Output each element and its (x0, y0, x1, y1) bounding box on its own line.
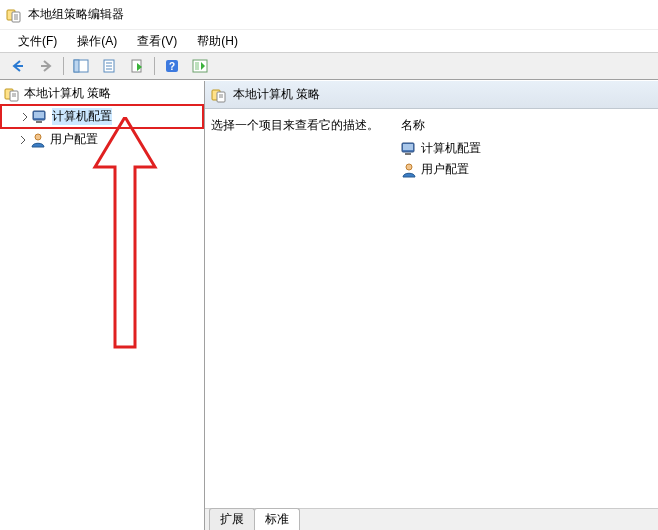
tree-item-label: 用户配置 (50, 131, 98, 148)
tree-root-label: 本地计算机 策略 (24, 85, 111, 102)
svg-text:?: ? (169, 61, 175, 72)
column-header-name[interactable]: 名称 (401, 117, 658, 134)
details-header-label: 本地计算机 策略 (233, 86, 320, 103)
back-button[interactable] (6, 55, 30, 77)
computer-icon (32, 109, 48, 125)
list-item-label: 计算机配置 (421, 140, 481, 157)
menu-view[interactable]: 查看(V) (127, 31, 187, 52)
svg-point-31 (406, 164, 412, 170)
expander-icon[interactable] (18, 135, 28, 145)
filter-button[interactable] (188, 55, 212, 77)
app-icon (6, 7, 22, 23)
tree-item-computer-config[interactable]: 计算机配置 (0, 104, 204, 129)
tree-root[interactable]: 本地计算机 策略 (0, 83, 204, 104)
toolbar: ? (0, 52, 658, 80)
svg-rect-30 (405, 153, 411, 155)
menu-help[interactable]: 帮助(H) (187, 31, 248, 52)
tree-item-user-config[interactable]: 用户配置 (0, 129, 204, 150)
computer-icon (401, 141, 417, 157)
tab-standard[interactable]: 标准 (254, 508, 300, 530)
policy-root-icon (4, 86, 20, 102)
menu-action[interactable]: 操作(A) (67, 31, 127, 52)
toolbar-separator (63, 57, 64, 75)
help-button[interactable]: ? (160, 55, 184, 77)
list-item-user-config[interactable]: 用户配置 (401, 159, 658, 180)
properties-button[interactable] (97, 55, 121, 77)
expander-icon[interactable] (20, 112, 30, 122)
description-column: 选择一个项目来查看它的描述。 (211, 117, 401, 508)
svg-rect-15 (195, 62, 199, 70)
details-pane: 本地计算机 策略 选择一个项目来查看它的描述。 名称 计算机配置 (205, 81, 658, 530)
tree-item-label: 计算机配置 (52, 108, 112, 125)
svg-rect-6 (74, 60, 79, 72)
list-item-label: 用户配置 (421, 161, 469, 178)
svg-point-23 (35, 134, 41, 140)
details-header: 本地计算机 策略 (205, 81, 658, 109)
svg-rect-21 (34, 112, 44, 118)
list-column: 名称 计算机配置 (401, 117, 658, 508)
detail-tabs: 扩展 标准 (205, 508, 658, 530)
toolbar-separator (154, 57, 155, 75)
svg-rect-22 (36, 121, 42, 123)
user-icon (401, 162, 417, 178)
description-prompt: 选择一个项目来查看它的描述。 (211, 117, 393, 134)
main-area: 本地计算机 策略 计算机配置 (0, 80, 658, 530)
menu-file[interactable]: 文件(F) (8, 31, 67, 52)
list-item-computer-config[interactable]: 计算机配置 (401, 138, 658, 159)
window-title: 本地组策略编辑器 (28, 6, 124, 23)
policy-root-icon (211, 87, 227, 103)
annotation-arrow (85, 117, 165, 360)
user-icon (30, 132, 46, 148)
show-hide-tree-button[interactable] (69, 55, 93, 77)
details-body: 选择一个项目来查看它的描述。 名称 计算机配置 (205, 109, 658, 508)
tree-pane: 本地计算机 策略 计算机配置 (0, 81, 205, 530)
titlebar: 本地组策略编辑器 (0, 0, 658, 30)
tab-extended[interactable]: 扩展 (209, 508, 255, 530)
export-list-button[interactable] (125, 55, 149, 77)
forward-button[interactable] (34, 55, 58, 77)
svg-rect-29 (403, 144, 413, 150)
menubar: 文件(F) 操作(A) 查看(V) 帮助(H) (0, 30, 658, 52)
